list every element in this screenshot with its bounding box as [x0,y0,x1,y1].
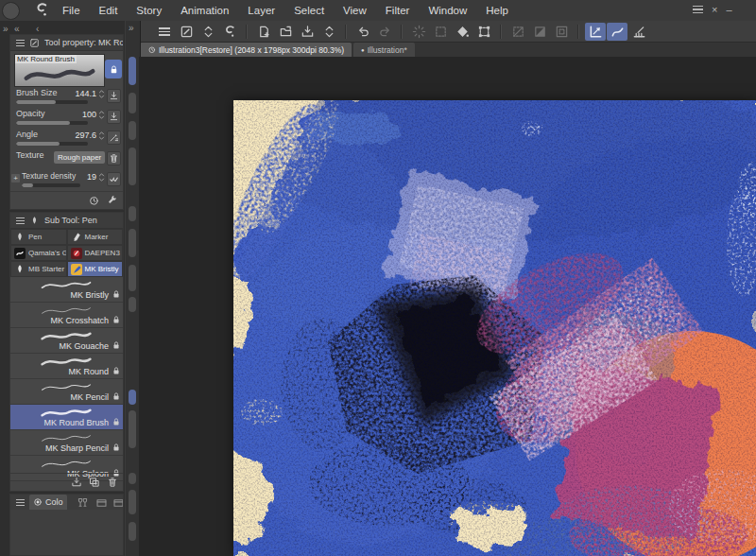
menu-file[interactable]: File [53,1,90,21]
brush-size-dynamics-button[interactable] [107,89,121,103]
brush-item-mk-bristly[interactable]: MK Bristly [10,277,123,303]
color-mixer-tab-icon[interactable] [112,496,124,509]
group-tab-mb-starter[interactable]: MB Starter [10,261,67,277]
dock-back-icon[interactable]: ‹ [36,24,39,34]
dock-collapse-icon[interactable]: » [3,24,9,34]
window-close-button[interactable]: × [712,4,717,16]
brush-item-mk-round[interactable]: MK Round [10,354,123,379]
texture-density-value[interactable]: 19 [87,172,96,182]
panel-menu-icon[interactable] [16,40,25,46]
canvas-workspace[interactable] [139,57,756,556]
document-tab-bar: Illustration3[Restore] (2048 x 1798px 30… [139,43,756,57]
window-minimize-button[interactable]: – [726,4,731,16]
snap-to-special-ruler-button[interactable] [607,23,627,41]
brush-size-stepper[interactable] [98,89,105,99]
reset-all-settings-button[interactable] [86,194,100,207]
invert-selection-button[interactable] [529,23,550,41]
menu-story[interactable]: Story [127,1,171,21]
angle-dynamics-button[interactable] [107,130,121,145]
brush-item-mk-pencil[interactable]: MK Pencil [10,379,123,405]
brush-stroke-preview[interactable]: MK Round Brush [14,54,105,87]
lock-tool-property-button[interactable] [105,60,122,78]
open-file-button[interactable] [275,23,296,41]
group-tab-daepen3[interactable]: DAEPEN3 [67,245,124,261]
brush-item-mk-sharp-pencil[interactable]: MK Sharp Pencil [10,430,123,456]
sub-tool-title: Sub Tool: Pen [44,216,97,225]
opacity-slider[interactable] [16,121,88,125]
strip-expand-icon[interactable]: » [129,23,134,33]
sub-tool-panel: Sub Tool: Pen Pen Marker Qamala's G DAE [9,212,124,492]
color-wheel-tab[interactable]: Colo [29,495,67,510]
brush-size-value[interactable]: 144.1 [75,89,96,98]
duplicate-sub-tool-button[interactable] [87,476,101,489]
open-clip-studio-button[interactable] [219,23,240,41]
group-tab-marker[interactable]: Marker [67,229,124,245]
import-sub-tool-button[interactable] [69,476,83,489]
main-menu-button[interactable] [154,23,175,41]
invert-selection-icon [533,25,547,39]
lock-icon [109,64,119,75]
menu-select[interactable]: Select [284,1,334,21]
texture-delete-button[interactable] [107,151,121,165]
menu-filter[interactable]: Filter [376,1,420,21]
group-tab-qamala[interactable]: Qamala's G [10,245,67,261]
texture-select-chip[interactable]: Rough paper [54,151,105,164]
group-tab-mk-bristly[interactable]: MK Bristly [67,261,124,277]
dock-expand-icon[interactable]: « [14,24,20,34]
brush-item-mk-round-brush-selected[interactable]: MK Round Brush [10,405,123,430]
document-canvas[interactable] [233,100,756,556]
snap-to-ruler-button[interactable] [585,23,606,41]
menu-window[interactable]: Window [419,1,476,21]
redo-button[interactable] [374,23,395,41]
document-tab-inactive[interactable]: ● Illustration* [353,43,415,57]
group-label: MK Bristly [85,265,119,273]
deselect-button[interactable] [507,23,528,41]
texture-density-stepper[interactable] [98,172,105,182]
panel-menu-icon[interactable] [16,217,25,224]
crop-frame-button[interactable] [473,23,494,41]
panel-menu-icon[interactable] [16,499,25,506]
document-tab-active[interactable]: Illustration3[Restore] (2048 x 1798px 30… [140,43,352,57]
tool-cycle-button[interactable] [198,23,218,41]
menu-animation[interactable]: Animation [171,1,238,21]
angle-slider[interactable] [16,142,88,146]
qamala-thumbnail-icon [14,248,26,259]
color-history-tab-icon[interactable] [95,496,108,509]
brush-item-mk-crosshatch[interactable]: MK Crosshatch [10,303,123,328]
texture-density-apply-button[interactable] [107,172,121,186]
sub-tool-detail-button[interactable] [105,194,119,207]
texture-density-label: Texture density [22,171,76,181]
select-area-button[interactable] [430,23,451,41]
chevron-up-icon [98,89,105,94]
color-set-tab-icon[interactable] [77,496,89,509]
save-file-button[interactable] [297,23,318,41]
opacity-value[interactable]: 100 [82,110,96,119]
fill-button[interactable] [452,23,472,41]
texture-density-slider[interactable] [22,183,80,187]
border-selection-button[interactable] [551,23,572,41]
undo-button[interactable] [352,23,373,41]
angle-value[interactable]: 297.6 [75,130,96,140]
brush-size-slider[interactable] [16,100,88,104]
save-options-button[interactable] [318,23,339,41]
opacity-dynamics-button[interactable] [107,110,121,124]
menu-items: File Edit Story Animation Layer Select V… [53,1,518,21]
app-icon[interactable] [2,2,20,20]
expand-plus-icon[interactable]: + [11,174,20,182]
opacity-stepper[interactable] [98,110,105,120]
window-menu-icon[interactable] [693,6,703,13]
angle-stepper[interactable] [98,130,105,141]
menu-help[interactable]: Help [476,1,518,21]
brush-item-mk-gouache[interactable]: MK Gouache [10,328,123,354]
spray-effect-button[interactable] [408,23,429,41]
edit-canvas-button[interactable] [176,23,197,41]
menu-view[interactable]: View [334,1,376,21]
duplicate-plus-icon [89,477,100,488]
group-tab-pen[interactable]: Pen [10,229,67,245]
menu-layer[interactable]: Layer [238,1,284,21]
new-file-button[interactable] [253,23,274,41]
brush-name: MK Gouache [59,341,109,351]
menu-edit[interactable]: Edit [90,1,128,21]
snap-to-guide-button[interactable] [628,23,649,41]
delete-sub-tool-button[interactable] [105,476,119,489]
